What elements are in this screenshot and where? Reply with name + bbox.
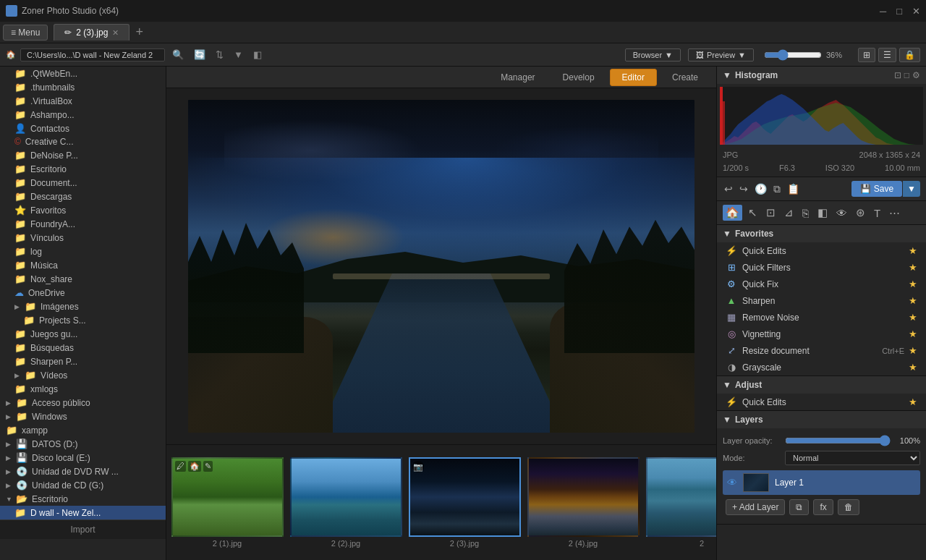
filmstrip-item-5[interactable]: 2 <box>644 457 716 548</box>
copy-button[interactable]: ⧉ <box>772 182 782 197</box>
adjust-header[interactable]: ▼ Adjust <box>717 376 926 394</box>
retouch-tool[interactable]: ⊛ <box>853 205 868 221</box>
sidebar-item-escritorio2[interactable]: ▼ 📂 Escritorio <box>0 492 166 506</box>
search-button[interactable]: 🔍 <box>169 48 187 61</box>
tab-develop[interactable]: Develop <box>551 69 607 86</box>
sidebar-item-cd[interactable]: ▶ 💿 Unidad de CD (G:) <box>0 478 166 492</box>
fav-item-quick-fix[interactable]: ⚙ Quick Fix ★ <box>717 276 926 292</box>
fav-item-grayscale[interactable]: ◑ Grayscale ★ <box>717 359 926 376</box>
fav-item-sharpen[interactable]: ▲ Sharpen ★ <box>717 292 926 309</box>
undo-button[interactable]: ↩ <box>723 182 734 197</box>
sidebar-item-log[interactable]: 📁 log <box>0 245 166 258</box>
fav-star-quick-fix[interactable]: ★ <box>909 279 917 289</box>
sidebar-item-ashampoo[interactable]: 📁 Ashampo... <box>0 108 166 122</box>
tab-create[interactable]: Create <box>660 69 710 86</box>
sidebar-item-dwall[interactable]: 📁 D wall - New Zel... <box>0 506 166 519</box>
sidebar-item-imagenes[interactable]: ▶ 📁 Imágenes <box>0 300 166 313</box>
sidebar-item-datos[interactable]: ▶ 💾 DATOS (D:) <box>0 437 166 451</box>
adjust-item-quick-edits[interactable]: ⚡ Quick Edits ★ <box>717 394 926 410</box>
sidebar-item-virtualbox[interactable]: 📁 .VirtualBox <box>0 94 166 108</box>
sidebar-item-projects[interactable]: 📁 Projects S... <box>0 313 166 327</box>
action-button[interactable]: ◧ <box>250 48 265 61</box>
add-layer-button[interactable]: + Add Layer <box>726 499 785 515</box>
sidebar-item-vinculos[interactable]: 📁 Vínculos <box>0 231 166 245</box>
text-tool[interactable]: T <box>871 205 883 221</box>
fav-star-vignetting[interactable]: ★ <box>909 328 917 339</box>
filmstrip-item-1[interactable]: 🖊 🏠 ✎ 2 (1).jpg <box>169 457 285 548</box>
sidebar-item-dvd[interactable]: ▶ 💿 Unidad de DVD RW ... <box>0 464 166 478</box>
tab-close-icon[interactable]: ✕ <box>112 28 119 38</box>
sidebar-item-favoritos[interactable]: ⭐ Favoritos <box>0 203 166 217</box>
home-tool[interactable]: 🏠 <box>723 205 742 221</box>
thumbnail-1[interactable]: 🖊 🏠 ✎ <box>171 457 284 537</box>
histogram-action-2[interactable]: □ <box>904 70 909 80</box>
import-button[interactable]: Import <box>0 519 166 539</box>
browser-view-button[interactable]: Browser ▼ <box>625 48 681 61</box>
sidebar-item-juegos[interactable]: 📁 Juegos gu... <box>0 327 166 341</box>
sort-button[interactable]: ⇅ <box>213 48 226 61</box>
tab-manager[interactable]: Manager <box>488 69 547 86</box>
duplicate-layer-button[interactable]: ⧉ <box>789 499 809 515</box>
perspective-tool[interactable]: ⊿ <box>781 205 797 221</box>
new-tab-button[interactable]: + <box>129 25 149 40</box>
sidebar-item-disco-e[interactable]: ▶ 💾 Disco local (E:) <box>0 451 166 464</box>
sidebar-item-busquedas[interactable]: 📁 Búsquedas <box>0 341 166 355</box>
histogram-action-3[interactable]: ⚙ <box>912 70 920 80</box>
sidebar-item-creative[interactable]: © Creative C... <box>0 135 166 148</box>
sidebar-item-sharpen[interactable]: 📁 Sharpen P... <box>0 355 166 368</box>
minimize-button[interactable]: ─ <box>880 6 886 17</box>
clone-tool[interactable]: ⎘ <box>799 205 812 221</box>
save-button[interactable]: 💾 Save <box>851 181 902 197</box>
grid-view-button[interactable]: ⊞ <box>858 48 875 62</box>
sidebar-item-escritorio[interactable]: 📁 Escritorio <box>0 162 166 176</box>
sidebar-item-acceso[interactable]: ▶ 📁 Acceso público <box>0 396 166 410</box>
fav-star-quick-filters[interactable]: ★ <box>909 262 917 273</box>
redo-button[interactable]: ↪ <box>738 182 749 197</box>
more-button[interactable]: ▼ <box>231 48 246 61</box>
fav-item-remove-noise[interactable]: ▦ Remove Noise ★ <box>717 309 926 326</box>
filmstrip-item-4[interactable]: 2 (4).jpg <box>525 457 641 548</box>
save-dropdown-button[interactable]: ▼ <box>903 181 920 197</box>
sidebar-item-videos[interactable]: ▶ 📁 Vídeos <box>0 368 166 382</box>
layer-visibility-icon[interactable]: 👁 <box>727 477 737 488</box>
favorites-header[interactable]: ▼ Favorites <box>717 225 926 242</box>
sidebar-item-contactos[interactable]: 👤 Contactos <box>0 122 166 135</box>
fav-star-quick-edits[interactable]: ★ <box>909 245 917 256</box>
opacity-slider[interactable] <box>785 435 891 446</box>
delete-layer-button[interactable]: 🗑 <box>838 499 859 515</box>
close-button[interactable]: ✕ <box>912 6 920 17</box>
mode-select[interactable]: Normal <box>785 451 920 465</box>
thumbnail-4[interactable] <box>527 457 640 537</box>
sidebar-item-foundrya[interactable]: 📁 FoundryA... <box>0 217 166 231</box>
fav-item-vignetting[interactable]: ◎ Vignetting ★ <box>717 326 926 342</box>
crop-tool[interactable]: ⊡ <box>763 205 778 221</box>
active-tab[interactable]: ✏ 2 (3).jpg ✕ <box>54 24 129 41</box>
sidebar-item-onedrive[interactable]: ☁ OneDrive <box>0 286 166 300</box>
thumbnail-2[interactable] <box>290 457 402 537</box>
path-input[interactable] <box>20 48 165 61</box>
histogram-action-1[interactable]: ⊡ <box>894 70 901 80</box>
fav-star-sharpen[interactable]: ★ <box>909 295 917 306</box>
sidebar-item-xmlogs[interactable]: 📁 xmlogs <box>0 382 166 396</box>
select-tool[interactable]: ↖ <box>745 205 760 221</box>
filmstrip-item-2[interactable]: 2 (2).jpg <box>288 457 404 548</box>
fav-item-quick-filters[interactable]: ⊞ Quick Filters ★ <box>717 259 926 276</box>
sidebar-item-qtwebengine[interactable]: 📁 .QtWebEn... <box>0 67 166 80</box>
fav-item-resize[interactable]: ⤢ Resize document Ctrl+E ★ <box>717 342 926 359</box>
histogram-header[interactable]: ▼ Histogram ⊡ □ ⚙ <box>717 67 926 84</box>
fx-button[interactable]: fx <box>813 499 833 515</box>
fav-star-grayscale[interactable]: ★ <box>909 362 917 373</box>
more-tools[interactable]: ⋯ <box>886 205 903 221</box>
lock-button[interactable]: 🔒 <box>899 48 920 62</box>
sidebar-item-windows[interactable]: ▶ 📁 Windows <box>0 410 166 423</box>
sidebar-item-descargas[interactable]: 📁 Descargas <box>0 190 166 203</box>
layers-header[interactable]: ▼ Layers <box>717 411 926 428</box>
refresh-button[interactable]: 🔄 <box>191 48 208 61</box>
canvas-area[interactable] <box>166 88 716 444</box>
layer-1-item[interactable]: 👁 Layer 1 <box>723 470 920 495</box>
fav-star-resize[interactable]: ★ <box>909 345 917 356</box>
sidebar-item-nox[interactable]: 📁 Nox_share <box>0 272 166 286</box>
gradient-tool[interactable]: ◧ <box>815 205 831 221</box>
sidebar-item-documents[interactable]: 📁 Document... <box>0 176 166 190</box>
paste-button[interactable]: 📋 <box>786 182 801 197</box>
